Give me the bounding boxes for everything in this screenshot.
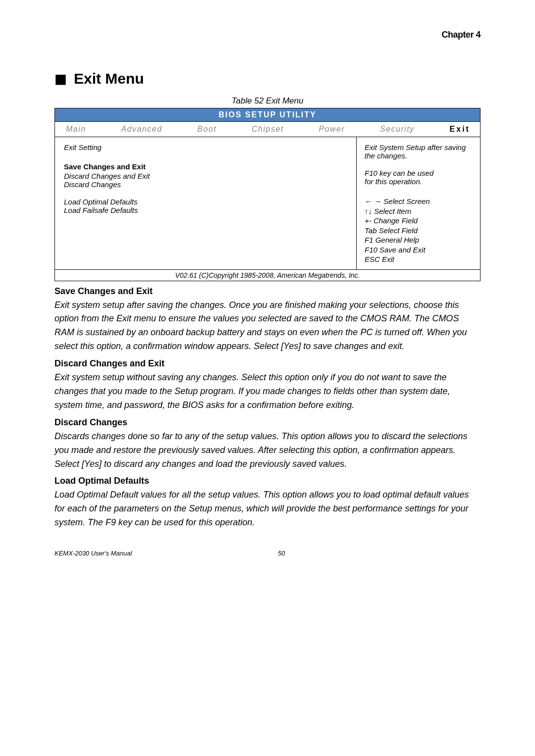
tab-security[interactable]: Security [380,125,415,134]
help-desc-line2: the changes. [365,151,472,160]
option-discard-changes[interactable]: Discard Changes [64,180,347,189]
option-save-changes-exit[interactable]: Save Changes and Exit [64,162,347,171]
help-desc-line1: Exit System Setup after saving [365,143,472,151]
option-load-failsafe-defaults[interactable]: Load Failsafe Defaults [64,206,347,214]
section-discard-changes-exit-body: Exit system setup without saving any cha… [54,371,481,412]
help-f10-line2: for this operation. [365,177,472,186]
page-footer: KEMX-2030 User's Manual 50 [54,550,481,557]
help-tab-select-field: Tab Select Field [365,226,472,236]
help-select-screen: ← → Select Screen [365,197,472,206]
help-f10-line1: F10 key can be used [365,169,472,177]
heading-text: Exit Menu [74,70,144,87]
section-load-optimal-body: Load Optimal Default values for all the … [54,488,481,530]
tab-power[interactable]: Power [319,125,345,134]
exit-setting-label: Exit Setting [64,143,347,151]
footer-manual-name: KEMX-2030 User's Manual [54,550,132,557]
help-save-exit: F10 Save and Exit [365,245,472,255]
bios-title-bar: BIOS SETUP UTILITY [55,108,480,122]
chapter-label: Chapter 4 [54,30,481,40]
section-save-changes-body: Exit system setup after saving the chang… [54,299,481,354]
tab-advanced[interactable]: Advanced [121,125,162,134]
option-discard-changes-exit[interactable]: Discard Changes and Exit [64,172,347,180]
bullet-square-icon: ◼ [54,70,67,87]
help-esc-exit: ESC Exit [365,254,472,264]
help-select-item: ↑↓ Select Item [365,206,472,216]
bios-footer: V02.61 (C)Copyright 1985-2008, American … [55,269,480,281]
bios-left-panel: Exit Setting Save Changes and Exit Disca… [55,137,356,269]
bios-table: BIOS SETUP UTILITY Main Advanced Boot Ch… [54,108,481,281]
bios-body: Exit Setting Save Changes and Exit Disca… [55,137,480,269]
tab-boot[interactable]: Boot [197,125,216,134]
main-heading: ◼Exit Menu [54,70,481,87]
section-discard-changes-exit-heading: Discard Changes and Exit [54,358,481,369]
section-save-changes-heading: Save Changes and Exit [54,286,481,297]
bios-right-help-panel: Exit System Setup after saving the chang… [356,137,480,269]
bios-menu-tabs: Main Advanced Boot Chipset Power Securit… [55,122,480,137]
option-load-optimal-defaults[interactable]: Load Optimal Defaults [64,198,347,206]
help-general-help: F1 General Help [365,235,472,245]
footer-page-number: 50 [278,550,285,557]
section-discard-changes-body: Discards changes done so far to any of t… [54,430,481,471]
tab-main[interactable]: Main [66,125,86,134]
table-caption: Table 52 Exit Menu [54,96,481,106]
tab-exit[interactable]: Exit [450,125,470,134]
section-discard-changes-heading: Discard Changes [54,417,481,428]
section-load-optimal-heading: Load Optimal Defaults [54,476,481,486]
help-change-field: +- Change Field [365,216,472,226]
tab-chipset[interactable]: Chipset [252,125,284,134]
